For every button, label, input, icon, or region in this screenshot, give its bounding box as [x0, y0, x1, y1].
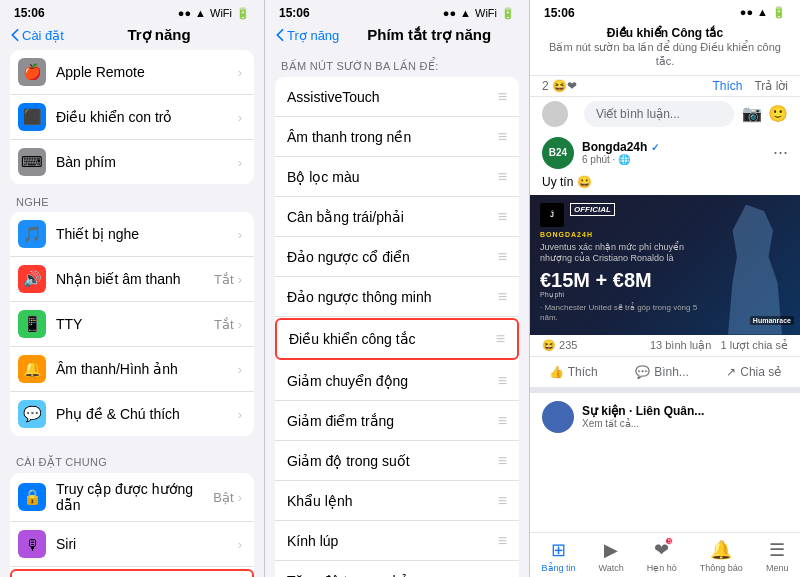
bongda-post: B24 Bongda24h ✓ 6 phút · 🌐 ··· Uy tín 😀 …	[530, 131, 800, 393]
keyboard-label: Bàn phím	[56, 154, 238, 170]
guided-access-chevron: ›	[238, 490, 242, 505]
shortcut-audio-bg-label: Âm thanh trong nền	[287, 129, 498, 145]
user-avatar	[542, 101, 568, 127]
remote-label: Apple Remote	[56, 64, 238, 80]
shortcut-row-audio-bg[interactable]: Âm thanh trong nền ≡	[275, 117, 519, 157]
dating-label: Hẹn hò	[647, 563, 677, 573]
subtitles-chevron: ›	[238, 407, 242, 422]
settings-row-remote[interactable]: 🍎 Apple Remote ›	[10, 50, 254, 95]
shortcut-color-filter-label: Bộ lọc màu	[287, 169, 498, 185]
switch-control-title: Điều khiển Công tắc	[542, 26, 788, 40]
nav-item-menu[interactable]: ☰ Menu	[766, 539, 789, 573]
siri-chevron: ›	[238, 537, 242, 552]
shortcuts-list-inner: AssistiveTouch ≡ Âm thanh trong nền ≡ Bộ…	[275, 77, 519, 577]
nav-item-watch[interactable]: ▶ Watch	[599, 539, 624, 573]
drag-handle-5: ≡	[498, 288, 507, 306]
official-badge: OFFICIAL	[570, 203, 615, 216]
settings-group-remote: 🍎 Apple Remote › ⬛ Điều khiển con trỏ › …	[10, 50, 254, 184]
guided-access-icon: 🔒	[18, 483, 46, 511]
shortcuts-list: BẤM NÚT SƯỜN BA LẦN ĐỂ: AssistiveTouch ≡…	[265, 50, 529, 577]
drag-handle-10: ≡	[498, 492, 507, 510]
shortcut-row-assistivetouch[interactable]: AssistiveTouch ≡	[275, 77, 519, 117]
reply-action[interactable]: Trả lời	[754, 79, 788, 93]
status-bar-2: 15:06 ●● ▲ WiFi 🔋	[265, 0, 529, 22]
share-button[interactable]: ↗ Chia sẻ	[718, 359, 789, 385]
time-1: 15:06	[14, 6, 45, 20]
back-button-2[interactable]: Trợ năng	[275, 28, 339, 43]
comment-button[interactable]: 💬 Bình...	[627, 359, 697, 385]
shortcut-reduce-transparency-label: Giảm độ trong suốt	[287, 453, 498, 469]
headline-text: Juventus xác nhận mức phí chuyển nhượng …	[540, 242, 700, 265]
shortcut-row-reduce-white[interactable]: Giảm điểm trắng ≡	[275, 401, 519, 441]
reaction-bar: 2 😆❤ Thích Trả lời	[530, 76, 800, 97]
panel1-scroll: 🍎 Apple Remote › ⬛ Điều khiển con trỏ › …	[0, 50, 264, 577]
settings-row-siri[interactable]: 🎙 Siri ›	[10, 522, 254, 567]
bongda-post-actions: 👍 Thích 💬 Bình... ↗ Chia sẻ	[530, 357, 800, 387]
shortcut-row-smart-invert[interactable]: Đảo ngược thông minh ≡	[275, 277, 519, 317]
settings-row-subtitles[interactable]: 💬 Phụ đề & Chú thích ›	[10, 392, 254, 436]
settings-row-hearing-device[interactable]: 🎵 Thiết bị nghe ›	[10, 212, 254, 257]
settings-row-tty[interactable]: 📱 TTY Tắt ›	[10, 302, 254, 347]
status-bar-1: 15:06 ●● ▲ WiFi 🔋	[0, 0, 264, 22]
shortcut-row-color-filter[interactable]: Bộ lọc màu ≡	[275, 157, 519, 197]
drag-handle-7: ≡	[498, 372, 507, 390]
comment-input[interactable]: Viết bình luận...	[584, 101, 734, 127]
nav-bar-2: Trợ năng Phím tắt trợ năng	[265, 22, 529, 50]
shortcut-row-balance[interactable]: Cân bằng trái/phải ≡	[275, 197, 519, 237]
post-image-content: BONGDA24H Juventus xác nhận mức phí chuy…	[540, 231, 700, 324]
nav-item-dating[interactable]: ❤ 5 Hẹn hò	[647, 539, 677, 573]
settings-row-sound-recognition[interactable]: 🔊 Nhận biết âm thanh Tắt ›	[10, 257, 254, 302]
shortcut-row-magnifier[interactable]: Kính lúp ≡	[275, 521, 519, 561]
audio-visual-icon: 🔔	[18, 355, 46, 383]
reactions-count: 😆 235	[542, 339, 577, 352]
shortcut-row-increase-contrast[interactable]: Tăng độ tương phản ≡	[275, 561, 519, 577]
panel-facebook: 15:06 ●●▲🔋 Điều khiển Công tắc Bấm nút s…	[530, 0, 800, 577]
sound-recognition-label: Nhận biết âm thanh	[56, 271, 214, 287]
fb-status-icons: ●●▲🔋	[740, 6, 786, 20]
nav-item-feed[interactable]: ⊞ Bảng tin	[542, 539, 576, 573]
tty-chevron: ›	[238, 317, 242, 332]
shortcut-row-classic-invert[interactable]: Đảo ngược cổ điển ≡	[275, 237, 519, 277]
back-button-1[interactable]: Cài đặt	[10, 28, 64, 43]
like-action[interactable]: Thích	[712, 79, 742, 93]
shortcuts-section-label: BẤM NÚT SƯỜN BA LẦN ĐỂ:	[265, 50, 529, 77]
bongda-post-image: Ĵ OFFICIAL BONGDA24H Juventus xác nhận m…	[530, 195, 800, 335]
shortcut-row-voice-control[interactable]: Khẩu lệnh ≡	[275, 481, 519, 521]
settings-group-hearing: 🎵 Thiết bị nghe › 🔊 Nhận biết âm thanh T…	[10, 212, 254, 436]
drag-handle-4: ≡	[498, 248, 507, 266]
comment-icons: 📷 🙂	[742, 104, 788, 123]
emoji-icon[interactable]: 🙂	[768, 104, 788, 123]
comment-placeholder: Viết bình luận...	[596, 107, 680, 121]
section-hearing: NGHE	[0, 184, 264, 212]
remote-chevron: ›	[238, 65, 242, 80]
shortcut-row-reduce-motion[interactable]: Giảm chuyển động ≡	[275, 361, 519, 401]
feed-label: Bảng tin	[542, 563, 576, 573]
settings-row-guided-access[interactable]: 🔒 Truy cập được hướng dẫn Bật ›	[10, 473, 254, 522]
bongda-name: Bongda24h ✓	[582, 140, 659, 154]
settings-row-keyboard[interactable]: ⌨ Bàn phím ›	[10, 140, 254, 184]
tty-label: TTY	[56, 316, 214, 332]
shortcut-row-switch-control[interactable]: Điều khiển công tắc ≡	[275, 318, 519, 360]
drag-handle-9: ≡	[498, 452, 507, 470]
pointer-label: Điều khiển con trỏ	[56, 109, 238, 125]
panel-settings: 15:06 ●● ▲ WiFi 🔋 Cài đặt Trợ năng 🍎 App…	[0, 0, 265, 577]
audio-visual-label: Âm thanh/Hình ảnh	[56, 361, 238, 377]
subtitles-icon: 💬	[18, 400, 46, 428]
nav-item-notifications[interactable]: 🔔 Thông báo	[700, 539, 743, 573]
shortcut-smart-invert-label: Đảo ngược thông minh	[287, 289, 498, 305]
shortcut-row-reduce-transparency[interactable]: Giảm độ trong suốt ≡	[275, 441, 519, 481]
tty-icon: 📱	[18, 310, 46, 338]
guided-access-label: Truy cập được hướng dẫn	[56, 481, 213, 513]
settings-row-pointer[interactable]: ⬛ Điều khiển con trỏ ›	[10, 95, 254, 140]
juventus-logo: Ĵ	[540, 203, 564, 227]
settings-row-audio-visual[interactable]: 🔔 Âm thanh/Hình ảnh ›	[10, 347, 254, 392]
event-sub[interactable]: Xem tất cả...	[582, 418, 704, 429]
menu-label: Menu	[766, 563, 789, 573]
like-button[interactable]: 👍 Thích	[541, 359, 606, 385]
shortcut-balance-label: Cân bằng trái/phải	[287, 209, 498, 225]
camera-icon[interactable]: 📷	[742, 104, 762, 123]
siri-icon: 🎙	[18, 530, 46, 558]
settings-row-shortcut[interactable]: ♿ Phím tắt trợ năng Truy cập được hướng …	[10, 569, 254, 577]
humanrace-badge: Humanrace	[750, 316, 794, 325]
post-menu-btn[interactable]: ···	[773, 142, 788, 163]
